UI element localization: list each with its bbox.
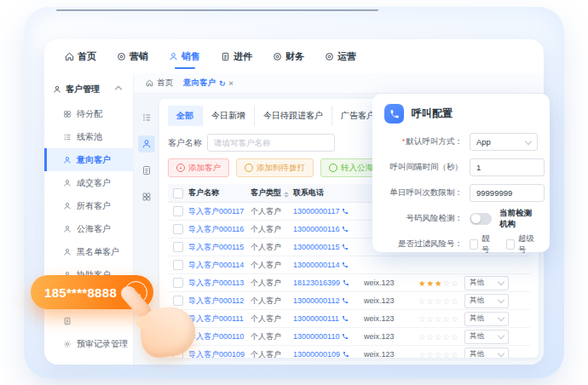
phone-icon — [342, 297, 349, 304]
row-action-select[interactable]: 其他 — [464, 294, 509, 308]
refresh-icon[interactable]: ↻ — [219, 79, 226, 88]
sidebar-item-preaudit-records[interactable]: 预审记录管理 — [44, 332, 133, 355]
row-checkbox[interactable] — [173, 331, 183, 342]
row-checkbox[interactable] — [173, 242, 183, 252]
phone-link[interactable]: 13000000110 — [293, 332, 364, 341]
phone-link[interactable]: 13000000112 — [293, 296, 364, 305]
sidebar-group-customer-management[interactable]: 客户管理 — [44, 78, 133, 102]
customer-name-link[interactable]: 导入客户000113 — [188, 278, 251, 289]
sidebar-item-pending[interactable]: 待分配 — [44, 102, 133, 125]
phone-link[interactable]: 13000000115 — [293, 243, 364, 251]
customer-name-link[interactable]: 导入客户000116 — [188, 224, 251, 235]
filter-tab-all[interactable]: 全部 — [168, 106, 202, 126]
checkbox[interactable] — [506, 239, 515, 250]
close-icon[interactable]: × — [229, 79, 233, 88]
risk-detection-toggle[interactable] — [470, 213, 492, 225]
quickbar-mine-view[interactable] — [138, 162, 155, 179]
user-icon — [63, 248, 72, 256]
phone-link[interactable]: 13000000109 — [293, 350, 364, 358]
phone-link[interactable]: 18123016399 — [293, 279, 364, 287]
customer-name-link[interactable]: 导入客户000115 — [188, 242, 251, 253]
wechat-cell: weix.123 — [364, 332, 418, 341]
daily-call-limit-input[interactable] — [470, 184, 545, 202]
call-interval-label: 呼叫间隔时间（秒） — [384, 162, 463, 173]
row-checkbox[interactable] — [173, 296, 183, 306]
select-all-checkbox[interactable] — [173, 188, 183, 198]
default-call-method-select[interactable]: App — [470, 133, 538, 151]
star-rating[interactable]: ☆☆☆☆☆ — [418, 350, 464, 359]
star-rating[interactable]: ☆☆☆☆☆ — [418, 314, 464, 324]
nav-item-home[interactable]: 首页 — [65, 39, 96, 73]
phone-icon — [342, 244, 349, 250]
row-action-select[interactable]: 其他 — [464, 348, 509, 359]
table-row: 导入客户000114 个人客户 13000000114 — [168, 256, 530, 274]
sidebar-item-obscured-item[interactable] — [44, 309, 133, 332]
quickbar-team-view[interactable] — [138, 188, 155, 205]
doc-icon — [63, 317, 72, 325]
add-to-dial-button[interactable]: 添加到待拨打 — [236, 158, 314, 177]
star-rating[interactable]: ☆☆☆☆☆ — [418, 332, 464, 342]
call-config-panel: 呼叫配置 *默认呼叫方式： App 呼叫间隔时间（秒） 单日呼叫次数限制： 号码… — [372, 94, 550, 252]
nav-item-marketing[interactable]: 营销 — [117, 39, 148, 73]
list-icon — [141, 112, 152, 123]
quickbar-all-view[interactable] — [138, 135, 155, 152]
sidebar-item-deal-customers[interactable]: 成交客户 — [44, 171, 133, 194]
row-checkbox[interactable] — [173, 260, 183, 270]
breadcrumb-home[interactable]: 首页 — [146, 78, 173, 89]
phone-link[interactable]: 13000000117 — [293, 207, 364, 215]
customer-name-input[interactable] — [207, 134, 335, 152]
row-checkbox[interactable] — [173, 206, 183, 216]
customer-type-cell: 个人客户 — [251, 206, 293, 217]
wechat-cell: weix.123 — [364, 314, 418, 323]
quickbar-collapse-list[interactable] — [138, 109, 155, 126]
sidebar-item-blacklist-customers[interactable]: 黑名单客户 — [44, 240, 133, 263]
star-rating[interactable]: ★★★☆☆ — [418, 279, 464, 288]
filter-option-pretty-number[interactable]: 靓号 — [470, 233, 494, 256]
sidebar-item-intent-customers[interactable]: 意向客户 — [44, 148, 133, 171]
chevron-up-icon — [115, 86, 122, 93]
caller-id-badge[interactable]: 185****8888 — [31, 275, 153, 309]
filter-tab-today-new[interactable]: 今日新增 — [202, 106, 254, 126]
row-checkbox[interactable] — [173, 349, 183, 358]
row-checkbox[interactable] — [173, 278, 183, 288]
sidebar-item-lead-pool[interactable]: 线索池 — [44, 125, 133, 148]
customer-name-link[interactable]: 导入客户000112 — [188, 296, 251, 307]
customer-name-link[interactable]: 导入客户000110 — [188, 331, 251, 342]
table-row: 导入客户000112 个人客户 13000000112 weix.123 ☆☆☆… — [168, 292, 530, 310]
wechat-cell: weix.123 — [364, 296, 418, 305]
phone-link[interactable]: 13000000111 — [293, 314, 364, 323]
call-interval-input[interactable] — [470, 158, 545, 176]
sidebar-item-public-customers[interactable]: 公海客户 — [44, 217, 133, 240]
home-icon — [65, 52, 74, 61]
nav-item-intake[interactable]: 进件 — [221, 39, 252, 73]
sidebar-item-all-customers[interactable]: 所有客户 — [44, 194, 133, 217]
nav-item-finance[interactable]: 财务 — [273, 39, 304, 73]
filter-tab-today-follow[interactable]: 今日待跟进客户 — [254, 106, 331, 126]
row-checkbox[interactable] — [173, 224, 183, 234]
checkbox[interactable] — [470, 239, 478, 250]
risk-detection-label: 号码风险检测： — [384, 213, 463, 224]
breadcrumb-tab-label: 意向客户 — [183, 78, 216, 89]
breadcrumb-active-tab[interactable]: 意向客户 ↻ × — [183, 78, 233, 89]
row-action-select[interactable]: 其他 — [464, 312, 509, 326]
customer-name-link[interactable]: 导入客户000117 — [188, 206, 251, 217]
customer-name-link[interactable]: 导入客户000114 — [188, 260, 251, 271]
chevron-down-icon — [498, 350, 504, 357]
customer-name-link[interactable]: 导入客户000111 — [188, 313, 251, 325]
row-action-select[interactable]: 其他 — [464, 330, 509, 344]
phone-link[interactable]: 13000000116 — [293, 225, 364, 233]
star-rating[interactable]: ☆☆☆☆☆ — [418, 296, 464, 306]
nav-item-operations[interactable]: 运营 — [325, 39, 356, 73]
filter-option-super-number[interactable]: 超级号 — [506, 233, 538, 256]
phone-link[interactable]: 13000000114 — [293, 261, 364, 269]
row-checkbox[interactable] — [173, 313, 183, 324]
nav-item-sales[interactable]: 销售 — [169, 39, 200, 73]
phone-icon — [124, 281, 147, 304]
customer-name-link[interactable]: 导入客户000109 — [188, 349, 251, 359]
user-icon — [169, 52, 178, 61]
col-contact-phone: 联系电话 — [293, 187, 364, 198]
add-customer-button[interactable]: +添加客户 — [168, 158, 229, 177]
customer-type-cell: 个人客户 — [251, 260, 293, 271]
row-action-select[interactable]: 其他 — [464, 276, 509, 290]
ring-icon — [273, 52, 282, 61]
